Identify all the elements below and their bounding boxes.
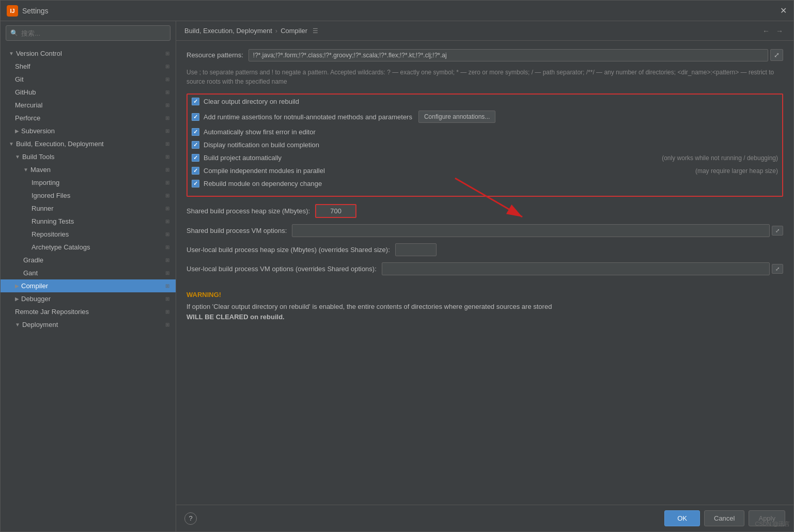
page-icon: ⊞	[165, 89, 169, 95]
page-icon: ⊞	[165, 115, 169, 121]
sidebar-item-running-tests[interactable]: Running Tests ⊞	[1, 215, 176, 228]
sidebar-item-git[interactable]: Git ⊞	[1, 73, 176, 86]
page-icon: ⊞	[165, 64, 169, 69]
main-content: 🔍 ▼ Version Control ⊞ Shelf ⊞ Git ⊞	[1, 21, 793, 531]
search-icon: 🔍	[10, 29, 18, 37]
close-button[interactable]: ✕	[779, 7, 787, 15]
checkbox-build-auto-input[interactable]: ✓	[192, 154, 199, 162]
sidebar-item-build-tools[interactable]: ▼ Build Tools ⊞	[1, 150, 176, 163]
sidebar-item-importing[interactable]: Importing ⊞	[1, 176, 176, 189]
sidebar-item-runner[interactable]: Runner ⊞	[1, 202, 176, 215]
page-icon: ⊞	[165, 231, 169, 237]
user-vm-label: User-local build process VM options (ove…	[186, 265, 377, 273]
sidebar-item-remote-jar[interactable]: Remote Jar Repositories ⊞	[1, 305, 176, 318]
checkbox-clear-output: ✓ Clear output directory on rebuild	[192, 98, 778, 105]
sidebar-item-gant[interactable]: Gant ⊞	[1, 267, 176, 279]
shared-vm-input[interactable]	[292, 224, 770, 237]
sidebar-label: Build Tools	[22, 153, 55, 161]
user-heap-input[interactable]	[395, 243, 437, 256]
settings-window: IJ Settings ✕ 🔍 ▼ Version Control ⊞ Shel…	[0, 0, 794, 532]
heap-size-section: Shared build process heap size (Mbytes):	[186, 204, 783, 275]
app-icon: IJ	[7, 5, 18, 17]
sidebar-item-maven[interactable]: ▼ Maven ⊞	[1, 163, 176, 176]
checkbox-display-notification: ✓ Display notification on build completi…	[192, 141, 778, 149]
shared-vm-row: Shared build process VM options: ⤢	[186, 224, 783, 237]
expand-vm-button[interactable]: ⤢	[772, 226, 783, 236]
sidebar-label: Gant	[23, 269, 38, 277]
checkbox-display-notification-label: Display notification on build completion	[204, 141, 319, 149]
checkbox-rebuild-module: ✓ Rebuild module on dependency change	[192, 180, 778, 187]
watermark: CSDN @讯言	[755, 520, 790, 528]
sidebar-item-perforce[interactable]: Perforce ⊞	[1, 112, 176, 124]
expand-icon: ▼	[9, 51, 14, 56]
ok-button[interactable]: OK	[664, 510, 700, 526]
sidebar-label: Git	[15, 75, 24, 83]
page-icon: ⊞	[165, 206, 169, 211]
sidebar-label: Archetype Catalogs	[32, 243, 90, 251]
help-button[interactable]: ?	[184, 512, 197, 525]
sidebar-item-build-execution[interactable]: ▼ Build, Execution, Deployment ⊞	[1, 137, 176, 150]
checkbox-compile-parallel-note: (may require larger heap size)	[685, 167, 778, 175]
shared-heap-row: Shared build process heap size (Mbytes):	[186, 204, 783, 218]
checkbox-auto-show-error: ✓ Automatically show first error in edit…	[192, 128, 778, 136]
sidebar-item-version-control[interactable]: ▼ Version Control ⊞	[1, 47, 176, 60]
sidebar-list: ▼ Version Control ⊞ Shelf ⊞ Git ⊞ GitHub…	[1, 45, 176, 531]
sidebar-label: Deployment	[22, 321, 58, 328]
search-input[interactable]	[21, 29, 166, 37]
shared-vm-label: Shared build process VM options:	[186, 227, 287, 234]
sidebar-label: Maven	[30, 166, 51, 174]
checkbox-add-runtime: ✓ Add runtime assertions for notnull-ann…	[192, 111, 778, 123]
sidebar-item-archetype-catalogs[interactable]: Archetype Catalogs ⊞	[1, 241, 176, 254]
sidebar-item-mercurial[interactable]: Mercurial ⊞	[1, 99, 176, 112]
shared-heap-input[interactable]	[315, 204, 356, 218]
sidebar-item-deployment[interactable]: ▼ Deployment ⊞	[1, 318, 176, 331]
checkbox-compile-parallel-input[interactable]: ✓	[192, 167, 199, 175]
checkbox-clear-output-input[interactable]: ✓	[192, 98, 199, 105]
sidebar-label: Mercurial	[15, 101, 42, 109]
sidebar-item-compiler[interactable]: ▶ Compiler ⊞	[1, 279, 176, 292]
checkbox-build-auto-label: Build project automatically	[204, 154, 282, 162]
page-icon: ⊞	[165, 76, 169, 82]
page-icon: ⊞	[165, 322, 169, 327]
cancel-button[interactable]: Cancel	[704, 510, 744, 526]
sidebar-label: Gradle	[23, 256, 43, 264]
settings-content: Resource patterns: ⤢ Use ; to separate p…	[176, 41, 793, 505]
sidebar-label: Shelf	[15, 62, 30, 70]
shared-heap-label: Shared build process heap size (Mbytes):	[186, 207, 310, 215]
warning-text: If option 'Clear output directory on reb…	[186, 302, 783, 322]
sidebar-label: Version Control	[16, 50, 62, 57]
user-heap-label: User-local build process heap size (Mbyt…	[186, 246, 390, 254]
sidebar-item-subversion[interactable]: ▶ Subversion ⊞	[1, 124, 176, 137]
forward-button[interactable]: →	[774, 26, 785, 36]
breadcrumb-parent: Build, Execution, Deployment	[184, 27, 272, 35]
back-button[interactable]: ←	[760, 26, 772, 36]
checkbox-auto-show-error-input[interactable]: ✓	[192, 128, 199, 136]
sidebar-label: Runner	[32, 205, 54, 212]
sidebar-label: Build, Execution, Deployment	[16, 140, 104, 148]
sidebar-item-debugger[interactable]: ▶ Debugger ⊞	[1, 292, 176, 305]
page-icon: ⊞	[165, 283, 169, 289]
expand-resource-button[interactable]: ⤢	[770, 49, 783, 61]
checkbox-build-auto-note: (only works while not running / debuggin…	[651, 154, 778, 162]
checkbox-rebuild-module-input[interactable]: ✓	[192, 180, 199, 187]
breadcrumb-menu-icon: ☰	[313, 27, 318, 35]
user-vm-input[interactable]	[382, 262, 770, 275]
sidebar-item-shelf[interactable]: Shelf ⊞	[1, 60, 176, 73]
checkbox-add-runtime-input[interactable]: ✓	[192, 113, 199, 121]
page-icon: ⊞	[165, 141, 169, 147]
sidebar-item-repositories[interactable]: Repositories ⊞	[1, 228, 176, 241]
search-box[interactable]: 🔍	[6, 25, 170, 41]
resource-patterns-input[interactable]	[248, 49, 768, 61]
warning-text-normal: If option 'Clear output directory on reb…	[186, 303, 552, 310]
sidebar-item-ignored-files[interactable]: Ignored Files ⊞	[1, 189, 176, 202]
sidebar-item-gradle[interactable]: Gradle ⊞	[1, 254, 176, 267]
page-icon: ⊞	[165, 244, 169, 250]
sidebar-label: GitHub	[15, 88, 36, 96]
checkbox-display-notification-input[interactable]: ✓	[192, 141, 199, 149]
configure-annotations-button[interactable]: Configure annotations...	[418, 111, 495, 123]
user-vm-row: User-local build process VM options (ove…	[186, 262, 783, 275]
sidebar: 🔍 ▼ Version Control ⊞ Shelf ⊞ Git ⊞	[1, 21, 176, 531]
title-bar: IJ Settings ✕	[1, 1, 793, 21]
sidebar-item-github[interactable]: GitHub ⊞	[1, 86, 176, 99]
expand-user-vm-button[interactable]: ⤢	[772, 264, 783, 274]
